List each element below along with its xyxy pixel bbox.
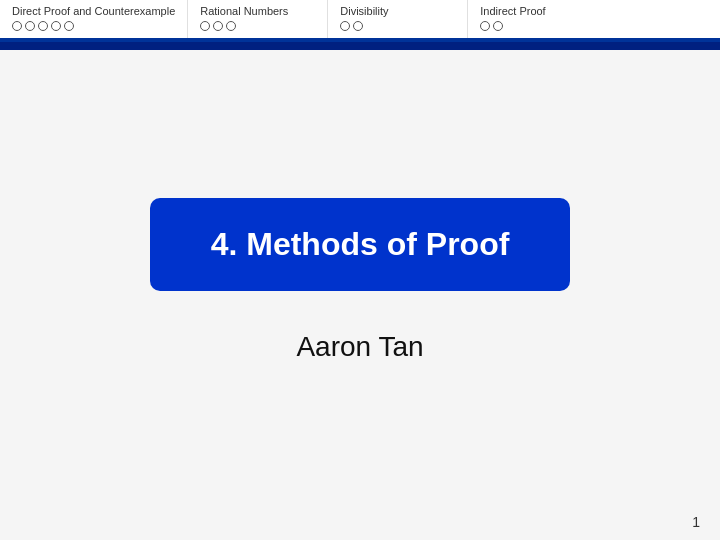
top-nav: Direct Proof and Counterexample Rational… — [0, 0, 720, 42]
dot-4 — [51, 21, 61, 31]
nav-label-direct-proof: Direct Proof and Counterexample — [12, 4, 175, 18]
main-content: 4. Methods of Proof Aaron Tan 1 — [0, 50, 720, 540]
dot-5 — [64, 21, 74, 31]
divider-bar — [0, 42, 720, 50]
nav-dots-divisibility — [340, 21, 455, 31]
nav-label-indirect-proof: Indirect Proof — [480, 4, 596, 18]
dot-ip-2 — [493, 21, 503, 31]
author-name: Aaron Tan — [296, 331, 423, 363]
nav-dots-indirect-proof — [480, 21, 596, 31]
nav-item-divisibility[interactable]: Divisibility — [328, 0, 468, 38]
nav-label-divisibility: Divisibility — [340, 4, 455, 18]
title-box: 4. Methods of Proof — [150, 198, 570, 291]
slide-title: 4. Methods of Proof — [211, 226, 510, 262]
nav-item-rational-numbers[interactable]: Rational Numbers — [188, 0, 328, 38]
nav-item-direct-proof[interactable]: Direct Proof and Counterexample — [0, 0, 188, 38]
dot-rn-1 — [200, 21, 210, 31]
nav-dots-rational-numbers — [200, 21, 315, 31]
dot-3 — [38, 21, 48, 31]
dot-rn-2 — [213, 21, 223, 31]
dot-div-2 — [353, 21, 363, 31]
dot-div-1 — [340, 21, 350, 31]
dot-rn-3 — [226, 21, 236, 31]
nav-label-rational-numbers: Rational Numbers — [200, 4, 315, 18]
dot-2 — [25, 21, 35, 31]
dot-ip-1 — [480, 21, 490, 31]
nav-dots-direct-proof — [12, 21, 175, 31]
nav-item-indirect-proof[interactable]: Indirect Proof — [468, 0, 608, 38]
page-number: 1 — [692, 514, 700, 530]
dot-1 — [12, 21, 22, 31]
